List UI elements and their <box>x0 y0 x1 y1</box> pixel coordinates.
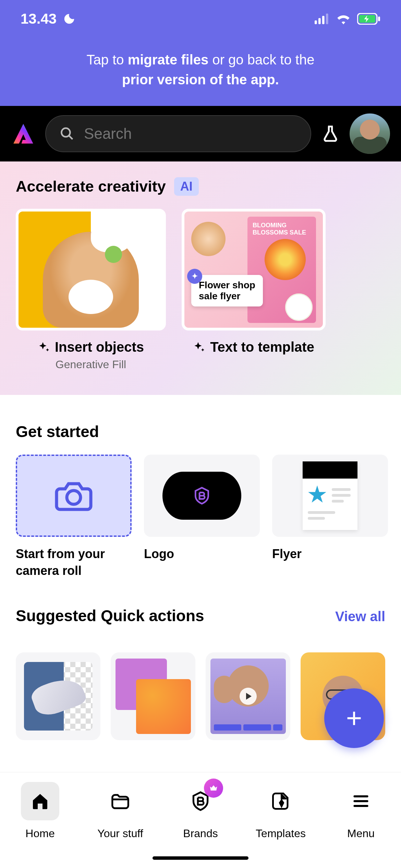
search-bar[interactable] <box>45 115 311 152</box>
tab-label: Brands <box>183 827 218 840</box>
status-bar: 13.43 <box>0 0 401 38</box>
get-started-section: Get started Start from your camera roll … <box>0 395 401 579</box>
search-icon <box>60 125 74 142</box>
tab-bar: Home Your stuff Brands Templates Menu <box>0 772 401 868</box>
banner-pre: Tap to <box>87 52 128 67</box>
sparkle-icon <box>193 341 205 353</box>
profile-avatar[interactable] <box>350 113 390 154</box>
starter-label: Start from your camera roll <box>16 546 132 579</box>
popup-line2: sale flyer <box>199 291 255 302</box>
status-right <box>315 13 380 25</box>
tab-label: Your stuff <box>97 827 143 840</box>
logo-b-icon <box>192 486 211 505</box>
get-started-row[interactable]: Start from your camera roll Logo <box>16 455 385 579</box>
plus-icon: + <box>346 702 362 734</box>
starter-camera-roll[interactable]: Start from your camera roll <box>16 455 132 579</box>
svg-line-8 <box>69 135 73 139</box>
accelerate-title: Accelerate creativity <box>16 178 166 195</box>
get-started-title: Get started <box>16 422 385 441</box>
tab-menu[interactable]: Menu <box>327 782 395 840</box>
wifi-icon <box>336 13 351 24</box>
menu-icon <box>351 792 370 811</box>
starter-image <box>144 455 260 537</box>
header <box>0 106 401 161</box>
accelerate-header: Accelerate creativity AI <box>0 177 401 209</box>
starter-image <box>16 455 132 537</box>
tab-your-stuff[interactable]: Your stuff <box>86 782 155 840</box>
battery-icon <box>357 13 380 25</box>
accel-card-insert-objects[interactable]: Insert objects Generative Fill <box>16 209 166 371</box>
popup-badge-icon: ✦ <box>187 269 202 284</box>
quick-title: Suggested Quick actions <box>16 606 204 625</box>
popup-line1: Flower shop <box>199 280 255 291</box>
accel-card-title: Insert objects <box>55 339 144 355</box>
ai-badge: AI <box>174 177 199 196</box>
accel-card-sub: Generative Fill <box>56 358 126 371</box>
accel-card-title: Text to template <box>210 339 314 355</box>
accelerate-section: Accelerate creativity AI objects ve Fill… <box>0 161 401 395</box>
beaker-icon[interactable] <box>321 124 340 143</box>
starter-flyer[interactable]: Flyer <box>272 455 388 579</box>
tab-templates[interactable]: Templates <box>246 782 315 840</box>
camera-icon <box>53 475 94 516</box>
tab-brands[interactable]: Brands <box>166 782 235 840</box>
cellular-icon <box>315 13 330 24</box>
home-icon <box>31 792 50 811</box>
status-time: 13.43 <box>21 11 57 27</box>
banner-line2: prior version of the app. <box>122 72 279 87</box>
view-all-link[interactable]: View all <box>335 609 385 624</box>
starter-label: Logo <box>144 546 260 563</box>
banner-bold: migrate files <box>128 52 209 67</box>
create-fab[interactable]: + <box>324 688 384 748</box>
starter-image <box>272 455 388 537</box>
starter-logo[interactable]: Logo <box>144 455 260 579</box>
svg-point-7 <box>61 128 70 137</box>
svg-rect-2 <box>322 16 325 24</box>
svg-rect-3 <box>326 14 328 24</box>
template-popup: ✦ Flower shop sale flyer <box>191 275 263 306</box>
banner-post: or go back to the <box>208 52 314 67</box>
accel-card-image <box>16 209 166 330</box>
accelerate-carousel[interactable]: objects ve Fill Insert objects Generativ… <box>0 209 401 371</box>
tab-label: Home <box>25 827 54 840</box>
quick-remove-bg[interactable] <box>16 652 100 740</box>
templates-icon <box>270 791 291 811</box>
poster-text: BLOOMING BLOSSOMS SALE <box>253 222 306 236</box>
premium-badge-icon <box>204 779 223 798</box>
tab-home[interactable]: Home <box>6 782 74 840</box>
svg-rect-6 <box>378 16 380 21</box>
migrate-banner[interactable]: Tap to migrate files or go back to the p… <box>0 38 401 106</box>
search-input[interactable] <box>84 125 297 142</box>
accel-card-image: BLOOMING BLOSSOMS SALE ✦ Flower shop sal… <box>182 209 326 330</box>
svg-point-9 <box>67 491 81 504</box>
svg-rect-1 <box>318 18 321 24</box>
home-indicator[interactable] <box>153 856 248 860</box>
accel-card-text-to-template[interactable]: BLOOMING BLOSSOMS SALE ✦ Flower shop sal… <box>182 209 326 371</box>
app-logo-icon[interactable] <box>11 121 36 146</box>
folder-icon <box>110 791 131 812</box>
tab-label: Templates <box>256 827 306 840</box>
sparkle-icon <box>38 341 50 353</box>
moon-icon <box>63 12 76 25</box>
quick-video[interactable] <box>206 652 290 740</box>
quick-resize[interactable] <box>111 652 195 740</box>
starter-label: Flyer <box>272 546 388 563</box>
tab-label: Menu <box>347 827 375 840</box>
svg-rect-0 <box>315 20 317 24</box>
status-left: 13.43 <box>21 11 76 27</box>
